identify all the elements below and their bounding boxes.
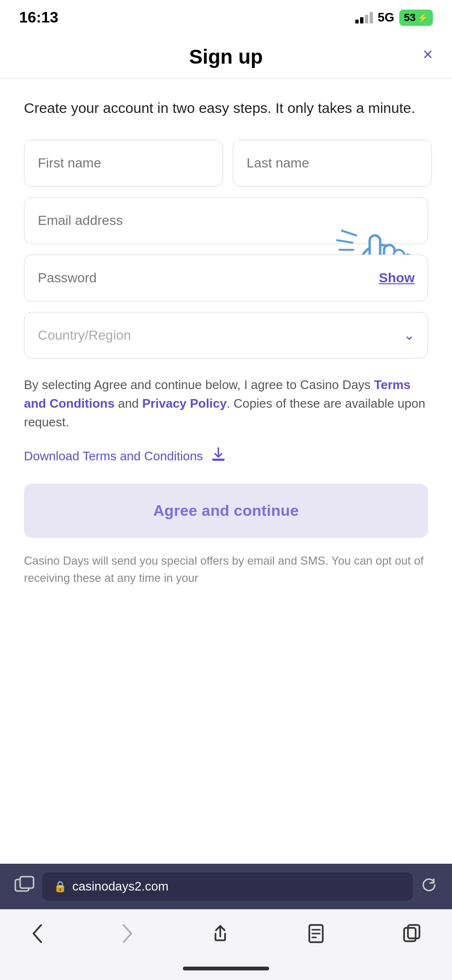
signup-form: Show Country/Region United States United… <box>24 140 428 587</box>
battery-indicator: 53 ⚡ <box>399 10 433 26</box>
status-time: 16:13 <box>19 9 58 26</box>
close-button[interactable]: × <box>423 46 433 63</box>
browser-bar: 🔒 casinodays2.com <box>0 864 452 909</box>
name-row <box>24 140 428 187</box>
forward-button[interactable] <box>114 919 141 952</box>
country-select[interactable]: Country/Region United States United King… <box>24 312 428 358</box>
page-title: Sign up <box>189 45 263 68</box>
show-password-button[interactable]: Show <box>379 270 415 286</box>
country-wrapper: Country/Region United States United King… <box>24 312 428 358</box>
last-name-input[interactable] <box>233 140 432 187</box>
svg-rect-16 <box>404 928 416 941</box>
agree-continue-button[interactable]: Agree and continue <box>24 484 428 538</box>
browser-tabs-icon[interactable] <box>14 876 34 897</box>
svg-rect-17 <box>408 925 419 938</box>
signal-bars <box>355 12 373 23</box>
lock-icon: 🔒 <box>54 880 67 893</box>
battery-bolt-icon: ⚡ <box>418 12 428 23</box>
home-indicator <box>0 960 452 980</box>
svg-rect-11 <box>20 877 34 888</box>
first-name-input[interactable] <box>24 140 223 187</box>
terms-text: By selecting Agree and continue below, I… <box>24 376 428 432</box>
network-label: 5G <box>378 10 395 25</box>
url-text: casinodays2.com <box>72 879 169 894</box>
email-input[interactable] <box>24 197 428 244</box>
status-bar: 16:13 5G 53 ⚡ <box>0 0 452 31</box>
download-icon <box>210 446 227 467</box>
back-button[interactable] <box>24 919 51 952</box>
bookmarks-button[interactable] <box>300 919 332 952</box>
password-input[interactable] <box>24 255 428 301</box>
reload-icon[interactable] <box>420 876 438 897</box>
download-row: Download Terms and Conditions <box>24 446 428 467</box>
download-terms-link[interactable]: Download Terms and Conditions <box>24 449 203 464</box>
tabs-button[interactable] <box>396 919 428 952</box>
header: Sign up × <box>0 31 452 78</box>
status-right: 5G 53 ⚡ <box>355 10 433 26</box>
subtitle-text: Create your account in two easy steps. I… <box>24 98 428 119</box>
svg-rect-9 <box>213 459 224 461</box>
password-wrapper: Show <box>24 255 428 301</box>
bottom-notice-text: Casino Days will send you special offers… <box>24 552 428 587</box>
main-content: Create your account in two easy steps. I… <box>0 78 452 864</box>
share-button[interactable] <box>204 919 237 952</box>
browser-url-bar[interactable]: 🔒 casinodays2.com <box>42 872 413 901</box>
home-bar <box>183 967 269 970</box>
privacy-link[interactable]: Privacy Policy <box>142 396 226 411</box>
nav-bar <box>0 909 452 960</box>
